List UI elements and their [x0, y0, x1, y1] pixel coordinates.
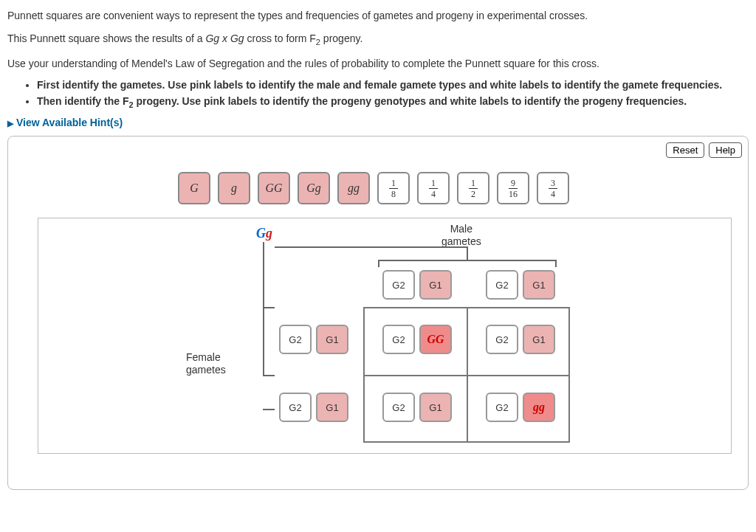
slot-female-row1-freq[interactable]: G2 [279, 325, 312, 354]
chevron-right-icon: ▶ [7, 119, 13, 128]
slot-progeny-r2c2-type[interactable]: gg [523, 393, 555, 422]
slot-progeny-r1c1-type[interactable]: GG [419, 325, 452, 354]
token-pink-GG[interactable]: GG [258, 172, 290, 204]
view-hints-toggle[interactable]: ▶View Available Hint(s) [7, 117, 749, 128]
token-frac-3-4[interactable]: 34 [537, 172, 569, 204]
slot-progeny-r2c1-freq[interactable]: G2 [382, 393, 415, 422]
intro-paragraph-3: Use your understanding of Mendel's Law o… [7, 57, 749, 71]
female-gametes-label: Female gametes [186, 351, 226, 376]
slot-male-col1-freq[interactable]: G2 [382, 270, 415, 300]
parent-genotype-label: Gg [256, 226, 272, 241]
slot-progeny-r1c2-type[interactable]: G1 [523, 325, 555, 354]
token-frac-1-4[interactable]: 14 [417, 172, 450, 204]
token-pink-Gg[interactable]: Gg [298, 172, 330, 204]
token-frac-9-16[interactable]: 916 [497, 172, 529, 204]
male-gametes-label: Male gametes [441, 223, 481, 248]
instruction-2: Then identify the F2 progeny. Use pink l… [37, 95, 749, 109]
token-pink-g[interactable]: g [218, 172, 250, 204]
activity-panel: Reset Help G g GG Gg gg 18 14 12 916 34 … [7, 136, 749, 490]
slot-progeny-r2c1-type[interactable]: G1 [419, 393, 452, 422]
slot-male-col1-type[interactable]: G1 [419, 270, 452, 300]
reset-button[interactable]: Reset [666, 142, 704, 158]
token-tray: G g GG Gg gg 18 14 12 916 34 [178, 172, 740, 204]
token-frac-1-8[interactable]: 18 [377, 172, 410, 204]
slot-progeny-r2c2-freq[interactable]: G2 [486, 393, 518, 422]
instruction-1: First identify the gametes. Use pink lab… [37, 79, 749, 91]
token-pink-gg[interactable]: gg [337, 172, 370, 204]
help-button[interactable]: Help [709, 142, 742, 158]
slot-female-row2-freq[interactable]: G2 [279, 393, 312, 422]
slot-female-row2-type[interactable]: G1 [316, 393, 348, 422]
slot-progeny-r1c2-freq[interactable]: G2 [486, 325, 518, 354]
slot-male-col2-type[interactable]: G1 [523, 270, 555, 300]
slot-female-row1-type[interactable]: G1 [316, 325, 348, 354]
token-pink-G[interactable]: G [178, 172, 210, 204]
intro-paragraph-1: Punnett squares are convenient ways to r… [7, 9, 749, 23]
token-frac-1-2[interactable]: 12 [457, 172, 489, 204]
intro-paragraph-2: This Punnett square shows the results of… [7, 32, 749, 48]
punnett-stage: Gg Male gametes Female gametes G2 G1 G2 … [38, 218, 732, 454]
slot-progeny-r1c1-freq[interactable]: G2 [382, 325, 415, 354]
slot-male-col2-freq[interactable]: G2 [486, 270, 518, 300]
